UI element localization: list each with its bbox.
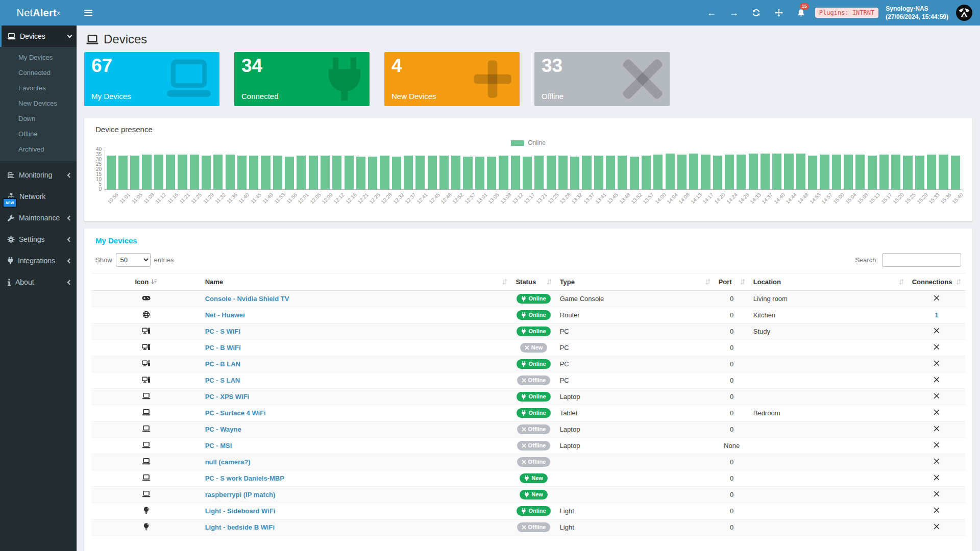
app-logo[interactable]: NetAlertx xyxy=(0,0,77,26)
nav-forward-button[interactable]: → xyxy=(725,0,743,26)
close-icon xyxy=(934,295,940,301)
chart-bar-slot xyxy=(830,150,842,189)
device-name-link[interactable]: PC - S WiFi xyxy=(205,328,240,335)
refresh-icon[interactable] xyxy=(748,0,765,26)
device-name-link[interactable]: PC - B WiFi xyxy=(205,344,241,352)
x-axis-slot: 12:09 xyxy=(319,190,331,217)
sidebar-item-my-devices[interactable]: My Devices xyxy=(0,50,77,65)
stat-card-offline[interactable]: 33 Offline xyxy=(534,52,670,106)
chevron-down-icon xyxy=(67,33,72,38)
table-row: Light - bedside B WiFiOfflineLight0 xyxy=(91,519,965,536)
chart-bar xyxy=(451,156,460,189)
sidebar-item-devices[interactable]: Devices xyxy=(0,26,77,47)
sidebar-item-settings[interactable]: Settings xyxy=(0,229,77,250)
connections-count-link[interactable]: 1 xyxy=(935,311,938,319)
sidebar-item-monitoring[interactable]: Monitoring xyxy=(0,164,77,186)
page-length-select[interactable]: 50 xyxy=(116,253,151,267)
column-header-type[interactable]: Type xyxy=(556,273,715,291)
delete-connection-button[interactable] xyxy=(934,344,940,352)
search-input[interactable] xyxy=(882,253,961,267)
delete-connection-button[interactable] xyxy=(934,377,940,384)
sidebar-item-connected[interactable]: Connected xyxy=(0,65,77,81)
column-header-status[interactable]: Status xyxy=(511,273,555,291)
device-name-link[interactable]: PC - Wayne xyxy=(205,425,241,433)
sidebar-item-archived[interactable]: Archived xyxy=(0,142,77,157)
stat-card-new-devices[interactable]: 4 New Devices xyxy=(384,52,520,106)
nav-back-button[interactable]: ← xyxy=(703,0,720,26)
device-name-link[interactable]: raspberrypi (IP match) xyxy=(205,491,276,498)
device-name-link[interactable]: Light - Sideboard WiFi xyxy=(205,507,276,515)
chart-bar-slot xyxy=(307,150,319,189)
device-type-cell xyxy=(556,487,715,503)
delete-connection-button[interactable] xyxy=(934,328,940,335)
chart-bar-slot xyxy=(319,150,331,189)
chart-bar xyxy=(630,157,639,189)
delete-connection-button[interactable] xyxy=(934,295,940,303)
status-badge: Online xyxy=(517,506,550,515)
chart-bar-slot xyxy=(521,150,533,189)
close-icon xyxy=(934,425,940,432)
device-name-link[interactable]: Light - bedside B WiFi xyxy=(205,523,275,531)
info-icon xyxy=(7,279,11,286)
delete-connection-button[interactable] xyxy=(934,474,940,482)
device-port-cell: 0 xyxy=(715,503,749,519)
sidebar-item-down[interactable]: Down xyxy=(0,111,77,127)
column-header-name[interactable]: Name xyxy=(201,273,512,291)
delete-connection-button[interactable] xyxy=(934,491,940,498)
delete-connection-button[interactable] xyxy=(934,523,940,531)
chart-bar-slot xyxy=(367,150,379,189)
device-name-link[interactable]: PC - B LAN xyxy=(205,360,240,368)
sort-icon xyxy=(705,279,710,285)
delete-connection-button[interactable] xyxy=(934,507,940,515)
device-name-link[interactable]: PC - XPS WiFi xyxy=(205,393,250,400)
move-resize-icon[interactable] xyxy=(770,0,788,26)
device-name-link[interactable]: null (camera?) xyxy=(205,458,251,466)
desktop-icon xyxy=(142,360,151,367)
sidebar-toggle-button[interactable] xyxy=(77,0,100,26)
delete-connection-button[interactable] xyxy=(934,425,940,433)
sidebar-item-label: Settings xyxy=(19,235,64,243)
laptop-icon xyxy=(142,392,151,399)
device-icon-cell xyxy=(91,307,201,323)
stat-card-connected[interactable]: 34 Connected xyxy=(234,52,370,106)
sidebar-item-integrations[interactable]: Integrations xyxy=(0,250,77,271)
chart-bar xyxy=(499,156,508,189)
sidebar-item-about[interactable]: About xyxy=(0,271,77,293)
plugins-status-badge[interactable]: Plugins: INTRNT xyxy=(815,8,878,18)
device-connections-cell xyxy=(908,470,965,487)
device-name-link[interactable]: PC - S LAN xyxy=(205,377,240,384)
column-header-location[interactable]: Location xyxy=(749,273,908,291)
delete-connection-button[interactable] xyxy=(934,409,940,417)
sidebar-item-maintenance[interactable]: Maintenance xyxy=(0,207,77,229)
device-name-link[interactable]: Net - Huawei xyxy=(205,311,245,319)
device-name-link[interactable]: PC - MSI xyxy=(205,442,232,449)
x-axis-slot: 13:12 xyxy=(509,190,521,217)
x-axis-slot: 14:08 xyxy=(676,190,688,217)
sort-icon xyxy=(547,279,552,285)
stat-card-my-devices[interactable]: 67 My Devices xyxy=(84,52,219,106)
chart-bar-slot xyxy=(164,150,176,189)
delete-connection-button[interactable] xyxy=(934,458,940,466)
device-location-cell xyxy=(749,372,908,389)
column-header-icon[interactable]: Icon xyxy=(91,273,201,291)
sidebar-item-favorites[interactable]: Favorites xyxy=(0,81,77,96)
user-avatar[interactable] xyxy=(955,4,973,21)
device-name-link[interactable]: PC - Surface 4 WiFi xyxy=(205,409,266,417)
plug-icon xyxy=(521,361,526,367)
status-badge: Online xyxy=(517,392,550,401)
device-name-link[interactable]: Console - Nvidia Shield TV xyxy=(205,295,289,303)
delete-connection-button[interactable] xyxy=(934,442,940,449)
delete-connection-button[interactable] xyxy=(934,360,940,368)
status-badge: Online xyxy=(517,294,550,303)
device-connections-cell xyxy=(908,389,965,405)
sidebar-item-offline[interactable]: Offline xyxy=(0,127,77,142)
notifications-bell-icon[interactable]: 15 xyxy=(793,0,810,26)
chart-bar-slot xyxy=(842,150,854,189)
table-row: PC - WayneOfflineLaptop0 xyxy=(91,421,965,438)
sidebar-item-new-devices[interactable]: New Devices xyxy=(0,96,77,111)
column-header-port[interactable]: Port xyxy=(715,273,749,291)
device-name-link[interactable]: PC - S work Daniels-MBP xyxy=(205,474,284,482)
close-icon xyxy=(934,442,940,448)
delete-connection-button[interactable] xyxy=(934,393,940,400)
column-header-connections[interactable]: Connections xyxy=(908,273,965,291)
